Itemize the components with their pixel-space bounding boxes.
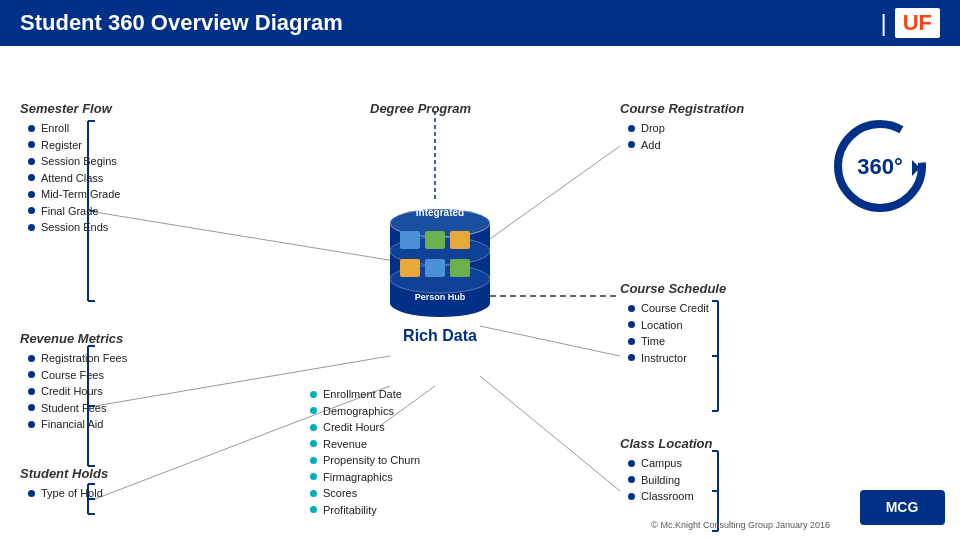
logo-area: | UF [880,8,940,38]
student-holds-label: Student Holds [20,466,108,481]
list-item: Enroll [28,120,120,137]
list-item: Course Fees [28,367,127,384]
circle-360-graphic: 360° [830,116,930,220]
bullet-icon [28,174,35,181]
list-item: Revenue [310,436,420,453]
bullet-icon [628,493,635,500]
class-location-items: Campus Building Classroom [620,455,712,505]
svg-rect-38 [400,259,420,277]
bullet-icon [28,191,35,198]
bullet-icon [628,460,635,467]
bullet-icon [628,141,635,148]
header: Student 360 Overview Diagram | UF [0,0,960,46]
svg-line-25 [480,376,620,491]
list-item: Final Grade [28,203,120,220]
course-schedule-items: Course Credit Location Time Instructor [620,300,726,366]
student-holds-items: Type of Hold [20,485,108,502]
list-item: Credit Hours [310,419,420,436]
svg-text:360°: 360° [857,154,903,179]
bullet-icon [310,440,317,447]
list-item: Scores [310,485,420,502]
class-location-section: Class Location Campus Building Classroom [620,436,712,505]
svg-line-24 [480,326,620,356]
revenue-metrics-label: Revenue Metrics [20,331,127,346]
list-item: Building [628,472,712,489]
svg-rect-37 [450,231,470,249]
degree-program-label: Degree Program [370,101,471,116]
bullet-icon [628,338,635,345]
class-location-label: Class Location [620,436,712,451]
list-item: Course Credit [628,300,726,317]
svg-text:Integrated: Integrated [416,207,464,218]
circle-360-icon: 360° [830,116,930,216]
bullet-icon [628,125,635,132]
student-holds-section: Student Holds Type of Hold [20,466,108,502]
list-item: Mid-Term Grade [28,186,120,203]
course-registration-label: Course Registration [620,101,744,116]
rich-data-label: Rich Data [403,327,477,345]
bullet-icon [28,388,35,395]
bullet-icon [28,207,35,214]
bullet-icon [628,354,635,361]
bullet-icon [628,305,635,312]
semester-flow-section: Semester Flow Enroll Register Session Be… [20,101,120,236]
integrated-person-hub: Integrated Person Hub Rich Data [385,201,495,345]
svg-text:Person Hub: Person Hub [415,292,466,302]
bullet-icon [28,371,35,378]
list-item: Firmagraphics [310,469,420,486]
semester-flow-items: Enroll Register Session Begins Attend Cl… [20,120,120,236]
list-item: Enrollment Date [310,386,420,403]
mcg-logo: MCG [860,485,950,534]
course-registration-items: Drop Add [620,120,744,153]
course-registration-section: Course Registration Drop Add [620,101,744,153]
bullet-icon [28,404,35,411]
svg-rect-40 [450,259,470,277]
list-item: Instructor [628,350,726,367]
bullet-icon [310,407,317,414]
bullet-icon [28,355,35,362]
list-item: Location [628,317,726,334]
svg-text:MCG: MCG [886,499,919,515]
svg-line-28 [480,146,620,246]
bullet-icon [310,457,317,464]
list-item: Demographics [310,403,420,420]
divider: | [880,9,886,37]
bullet-icon [28,490,35,497]
list-item: Credit Hours [28,383,127,400]
page-title: Student 360 Overview Diagram [20,10,343,36]
list-item: Register [28,137,120,154]
bullet-icon [628,321,635,328]
bullet-icon [28,125,35,132]
bullet-icon [310,391,317,398]
list-item: Classroom [628,488,712,505]
bullet-icon [310,424,317,431]
list-item: Drop [628,120,744,137]
revenue-metrics-section: Revenue Metrics Registration Fees Course… [20,331,127,433]
course-schedule-section: Course Schedule Course Credit Location T… [620,281,726,366]
cylinder-icon: Integrated Person Hub [385,201,495,331]
list-item: Attend Class [28,170,120,187]
svg-line-4 [88,211,395,261]
list-item: Propensity to Churn [310,452,420,469]
list-item: Add [628,137,744,154]
svg-rect-39 [425,259,445,277]
bullet-icon [628,476,635,483]
bullet-icon [28,158,35,165]
course-schedule-label: Course Schedule [620,281,726,296]
copyright-text: © Mc.Knight Consulting Group January 201… [651,520,830,530]
list-item: Registration Fees [28,350,127,367]
degree-program-section: Degree Program [370,101,471,116]
list-item: Financial Aid [28,416,127,433]
bullet-icon [28,421,35,428]
bullet-icon [28,141,35,148]
svg-rect-35 [400,231,420,249]
rich-data-items: Enrollment Date Demographics Credit Hour… [310,386,420,518]
bullet-icon [310,490,317,497]
list-item: Profitability [310,502,420,519]
semester-flow-label: Semester Flow [20,101,120,116]
revenue-metrics-items: Registration Fees Course Fees Credit Hou… [20,350,127,433]
list-item: Campus [628,455,712,472]
list-item: Time [628,333,726,350]
mcg-logo-icon: MCG [860,485,950,530]
uf-logo: UF [895,8,940,38]
